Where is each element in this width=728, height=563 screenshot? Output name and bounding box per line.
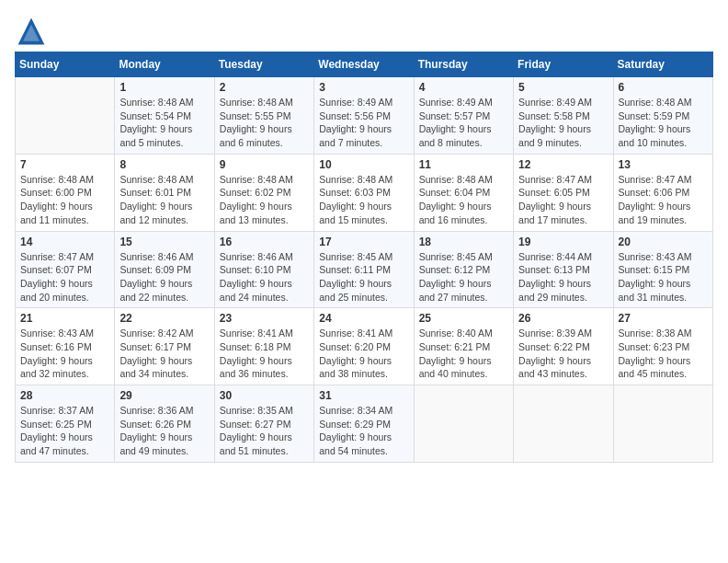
calendar-cell: 25Sunrise: 8:40 AM Sunset: 6:21 PM Dayli… [414,308,513,385]
calendar-cell: 14Sunrise: 8:47 AM Sunset: 6:07 PM Dayli… [16,231,115,308]
day-info: Sunrise: 8:47 AM Sunset: 6:06 PM Dayligh… [619,173,708,227]
calendar-cell: 4Sunrise: 8:49 AM Sunset: 5:57 PM Daylig… [414,77,513,155]
calendar-cell: 20Sunrise: 8:43 AM Sunset: 6:15 PM Dayli… [613,231,712,308]
day-info: Sunrise: 8:37 AM Sunset: 6:25 PM Dayligh… [20,404,109,458]
day-number: 7 [20,158,109,171]
calendar-cell: 10Sunrise: 8:48 AM Sunset: 6:03 PM Dayli… [314,154,414,231]
day-info: Sunrise: 8:45 AM Sunset: 6:11 PM Dayligh… [319,250,408,304]
day-info: Sunrise: 8:35 AM Sunset: 6:27 PM Dayligh… [220,404,309,458]
calendar-cell: 8Sunrise: 8:48 AM Sunset: 6:01 PM Daylig… [115,154,214,231]
day-info: Sunrise: 8:48 AM Sunset: 6:03 PM Dayligh… [319,173,408,227]
calendar-cell [16,77,115,155]
calendar-cell: 17Sunrise: 8:45 AM Sunset: 6:11 PM Dayli… [314,231,414,308]
day-number: 17 [319,236,408,248]
calendar-cell: 9Sunrise: 8:48 AM Sunset: 6:02 PM Daylig… [214,154,313,231]
day-info: Sunrise: 8:48 AM Sunset: 6:04 PM Dayligh… [419,173,508,227]
calendar-cell: 19Sunrise: 8:44 AM Sunset: 6:13 PM Dayli… [514,231,613,308]
day-info: Sunrise: 8:49 AM Sunset: 5:58 PM Dayligh… [518,96,608,150]
day-info: Sunrise: 8:49 AM Sunset: 5:57 PM Dayligh… [419,96,508,150]
calendar-week-4: 21Sunrise: 8:43 AM Sunset: 6:16 PM Dayli… [16,308,713,385]
day-number: 25 [419,312,508,325]
day-number: 22 [119,312,209,325]
day-number: 9 [220,158,309,171]
day-number: 12 [518,158,608,171]
day-number: 20 [619,236,708,248]
calendar-cell [514,385,613,463]
day-number: 13 [619,158,708,171]
calendar-week-1: 1Sunrise: 8:48 AM Sunset: 5:54 PM Daylig… [16,77,713,155]
day-number: 11 [419,158,508,171]
day-number: 23 [220,312,309,325]
day-info: Sunrise: 8:46 AM Sunset: 6:10 PM Dayligh… [220,250,309,304]
day-info: Sunrise: 8:43 AM Sunset: 6:16 PM Dayligh… [20,327,109,381]
calendar-cell: 16Sunrise: 8:46 AM Sunset: 6:10 PM Dayli… [214,231,313,308]
calendar-cell: 18Sunrise: 8:45 AM Sunset: 6:12 PM Dayli… [414,231,513,308]
calendar-cell: 31Sunrise: 8:34 AM Sunset: 6:29 PM Dayli… [314,385,414,463]
day-number: 19 [518,236,608,248]
calendar-cell: 28Sunrise: 8:37 AM Sunset: 6:25 PM Dayli… [16,385,115,463]
calendar-cell: 21Sunrise: 8:43 AM Sunset: 6:16 PM Dayli… [16,308,115,385]
day-number: 27 [619,312,708,325]
day-info: Sunrise: 8:48 AM Sunset: 6:02 PM Dayligh… [220,173,309,227]
calendar-header-row: SundayMondayTuesdayWednesdayThursdayFrid… [16,52,713,77]
calendar-cell: 22Sunrise: 8:42 AM Sunset: 6:17 PM Dayli… [115,308,214,385]
day-info: Sunrise: 8:36 AM Sunset: 6:26 PM Dayligh… [119,404,209,458]
calendar-cell: 26Sunrise: 8:39 AM Sunset: 6:22 PM Dayli… [514,308,613,385]
calendar-cell: 3Sunrise: 8:49 AM Sunset: 5:56 PM Daylig… [314,77,414,155]
calendar-cell [414,385,513,463]
day-info: Sunrise: 8:45 AM Sunset: 6:12 PM Dayligh… [419,250,508,304]
day-info: Sunrise: 8:48 AM Sunset: 6:00 PM Dayligh… [20,173,109,227]
calendar-cell: 29Sunrise: 8:36 AM Sunset: 6:26 PM Dayli… [115,385,214,463]
day-number: 14 [20,236,109,248]
calendar-cell: 13Sunrise: 8:47 AM Sunset: 6:06 PM Dayli… [613,154,712,231]
day-number: 18 [419,236,508,248]
day-info: Sunrise: 8:49 AM Sunset: 5:56 PM Dayligh… [319,96,408,150]
day-number: 29 [119,389,209,402]
header-day-tuesday: Tuesday [214,52,313,77]
calendar-cell: 11Sunrise: 8:48 AM Sunset: 6:04 PM Dayli… [414,154,513,231]
day-info: Sunrise: 8:41 AM Sunset: 6:18 PM Dayligh… [220,327,309,381]
logo-icon [15,15,48,48]
calendar-week-3: 14Sunrise: 8:47 AM Sunset: 6:07 PM Dayli… [16,231,713,308]
calendar-cell [613,385,712,463]
calendar-cell: 23Sunrise: 8:41 AM Sunset: 6:18 PM Dayli… [214,308,313,385]
day-number: 31 [319,389,408,402]
day-info: Sunrise: 8:47 AM Sunset: 6:05 PM Dayligh… [518,173,608,227]
day-info: Sunrise: 8:42 AM Sunset: 6:17 PM Dayligh… [119,327,209,381]
calendar-cell: 5Sunrise: 8:49 AM Sunset: 5:58 PM Daylig… [514,77,613,155]
header-day-friday: Friday [514,52,613,77]
day-number: 21 [20,312,109,325]
header [15,15,713,48]
calendar-cell: 7Sunrise: 8:48 AM Sunset: 6:00 PM Daylig… [16,154,115,231]
day-number: 4 [419,81,508,94]
day-number: 15 [119,236,209,248]
day-number: 30 [220,389,309,402]
day-number: 5 [518,81,608,94]
day-info: Sunrise: 8:47 AM Sunset: 6:07 PM Dayligh… [20,250,109,304]
day-info: Sunrise: 8:38 AM Sunset: 6:23 PM Dayligh… [619,327,708,381]
calendar-cell: 12Sunrise: 8:47 AM Sunset: 6:05 PM Dayli… [514,154,613,231]
day-number: 1 [119,81,209,94]
calendar-table: SundayMondayTuesdayWednesdayThursdayFrid… [15,52,713,463]
header-day-thursday: Thursday [414,52,513,77]
calendar-cell: 27Sunrise: 8:38 AM Sunset: 6:23 PM Dayli… [613,308,712,385]
calendar-cell: 1Sunrise: 8:48 AM Sunset: 5:54 PM Daylig… [115,77,214,155]
day-info: Sunrise: 8:40 AM Sunset: 6:21 PM Dayligh… [419,327,508,381]
day-number: 24 [319,312,408,325]
header-day-saturday: Saturday [613,52,712,77]
day-info: Sunrise: 8:48 AM Sunset: 6:01 PM Dayligh… [119,173,209,227]
calendar-week-2: 7Sunrise: 8:48 AM Sunset: 6:00 PM Daylig… [16,154,713,231]
day-number: 26 [518,312,608,325]
day-info: Sunrise: 8:48 AM Sunset: 5:54 PM Dayligh… [119,96,209,150]
day-info: Sunrise: 8:41 AM Sunset: 6:20 PM Dayligh… [319,327,408,381]
day-number: 10 [319,158,408,171]
header-day-monday: Monday [115,52,214,77]
header-day-wednesday: Wednesday [314,52,414,77]
day-info: Sunrise: 8:44 AM Sunset: 6:13 PM Dayligh… [518,250,608,304]
day-number: 28 [20,389,109,402]
day-info: Sunrise: 8:39 AM Sunset: 6:22 PM Dayligh… [518,327,608,381]
header-day-sunday: Sunday [16,52,115,77]
calendar-cell: 30Sunrise: 8:35 AM Sunset: 6:27 PM Dayli… [214,385,313,463]
day-info: Sunrise: 8:48 AM Sunset: 5:59 PM Dayligh… [619,96,708,150]
day-info: Sunrise: 8:43 AM Sunset: 6:15 PM Dayligh… [619,250,708,304]
